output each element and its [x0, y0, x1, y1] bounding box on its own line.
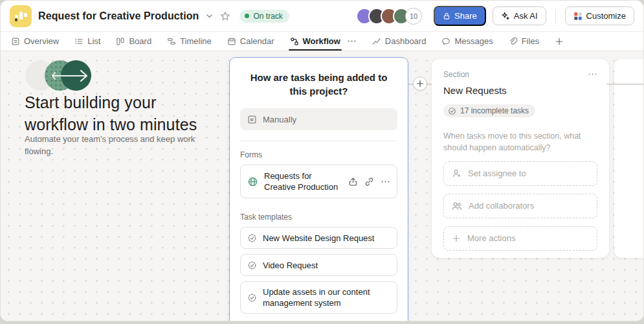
tab-label: Timeline	[180, 36, 212, 46]
tab-label: Messages	[454, 36, 493, 46]
plus-icon	[452, 234, 461, 243]
tab-calendar[interactable]: Calendar	[227, 32, 274, 51]
hero-heading-line2: workflow in two minutes	[25, 113, 197, 135]
share-form-icon[interactable]	[348, 177, 358, 187]
tab-messages[interactable]: Messages	[441, 32, 493, 51]
incomplete-tasks-badge[interactable]: 17 incomplete tasks	[443, 104, 535, 117]
plus-icon	[555, 37, 564, 46]
chevron-down-icon[interactable]	[205, 12, 214, 20]
hero-subtitle: Automate your team's process and keep wo…	[25, 133, 219, 157]
hero-heading: Start building your workflow in two minu…	[25, 91, 197, 135]
hero-heading-line1: Start building your	[25, 91, 197, 113]
task-templates-label: Task templates	[240, 213, 397, 222]
more-options-icon[interactable]	[381, 177, 390, 187]
plus-icon	[416, 79, 425, 88]
forms-label: Forms	[240, 150, 397, 159]
overview-icon	[11, 37, 20, 46]
ellipsis-icon	[347, 36, 357, 46]
ask-ai-button[interactable]: Ask AI	[493, 6, 546, 25]
task-template-item[interactable]: New Website Design Request	[240, 227, 397, 249]
section-more-icon[interactable]	[588, 69, 597, 79]
avatar-stack[interactable]: 10	[356, 8, 422, 25]
tab-overflow-menu[interactable]	[347, 32, 357, 51]
status-badge[interactable]: On track	[239, 10, 289, 23]
intake-card: How are tasks being added to this projec…	[229, 57, 408, 321]
avatar-overflow-count[interactable]: 10	[405, 8, 422, 25]
app-window: Request for Creative Production On track…	[0, 0, 644, 321]
add-collaborators-button[interactable]: Add collaborators	[443, 194, 597, 218]
incomplete-tasks-label: 17 incomplete tasks	[460, 106, 529, 115]
template-check-icon	[247, 260, 257, 270]
action-label: More actions	[467, 233, 515, 243]
files-icon	[509, 37, 518, 46]
tab-label: List	[87, 36, 100, 46]
task-template-item[interactable]: Video Request	[240, 254, 397, 276]
section-card: Section New Requests 17 incomplete tasks…	[432, 59, 609, 258]
template-name: Update assets in our content management …	[263, 286, 390, 308]
header-divider	[555, 9, 556, 23]
timeline-icon	[167, 37, 176, 46]
lock-icon	[443, 12, 450, 20]
tab-list[interactable]: List	[74, 32, 100, 51]
next-section-card-partial[interactable]	[614, 59, 643, 258]
section-kicker: Section	[443, 70, 469, 79]
action-label: Add collaborators	[469, 201, 534, 211]
form-item[interactable]: Requests for Creative Production	[240, 165, 397, 198]
set-assignee-button[interactable]: Set assignee to	[443, 161, 597, 186]
template-check-icon	[247, 293, 257, 303]
copy-link-icon[interactable]	[364, 177, 374, 187]
template-name: Video Request	[263, 260, 318, 271]
section-title[interactable]: New Requests	[443, 85, 597, 96]
customize-grid-icon	[573, 12, 583, 21]
workflow-illustration	[25, 60, 122, 91]
tab-label: Board	[129, 36, 151, 46]
add-step-button[interactable]	[413, 76, 427, 91]
intake-question: How are tasks being added to this projec…	[245, 71, 392, 98]
tab-label: Dashboard	[385, 36, 427, 46]
task-template-item[interactable]: Update assets in our content management …	[240, 281, 397, 314]
arrow-icon	[25, 60, 96, 91]
status-badge-label: On track	[253, 12, 282, 21]
manually-label: Manually	[263, 115, 296, 124]
share-button[interactable]: Share	[434, 6, 486, 26]
tab-label: Overview	[24, 36, 59, 46]
list-icon	[74, 37, 83, 46]
workflow-canvas: Start building your workflow in two minu…	[1, 51, 643, 321]
project-header: Request for Creative Production On track…	[1, 1, 643, 32]
customize-button-label: Customize	[586, 11, 626, 21]
tab-files[interactable]: Files	[509, 32, 539, 51]
section-automation-question: When tasks move to this section, what sh…	[443, 130, 600, 154]
view-tab-bar: Overview List Board Timeline Calendar Wo…	[1, 32, 643, 51]
template-check-icon	[247, 233, 257, 243]
page-title: Request for Creative Production	[38, 10, 199, 22]
tab-label: Files	[522, 36, 539, 46]
action-label: Set assignee to	[468, 168, 526, 178]
tab-board[interactable]: Board	[116, 32, 151, 51]
tab-label: Calendar	[240, 36, 274, 46]
connector-line	[606, 84, 643, 85]
customize-button[interactable]: Customize	[565, 6, 634, 25]
more-actions-button[interactable]: More actions	[443, 226, 597, 251]
manually-option[interactable]: Manually	[240, 108, 397, 130]
tab-workflow[interactable]: Workflow	[290, 32, 340, 51]
star-icon[interactable]	[220, 11, 230, 21]
intake-divider	[240, 141, 397, 141]
ask-ai-button-label: Ask AI	[514, 11, 538, 21]
tab-timeline[interactable]: Timeline	[167, 32, 212, 51]
add-tab-button[interactable]	[555, 32, 564, 51]
check-circle-icon	[448, 107, 456, 115]
import-icon	[247, 115, 257, 124]
globe-icon	[247, 176, 258, 187]
tab-dashboard[interactable]: Dashboard	[372, 32, 427, 51]
share-button-label: Share	[454, 11, 477, 21]
dashboard-icon	[372, 37, 381, 46]
tab-overview[interactable]: Overview	[11, 32, 59, 51]
status-dot-icon	[245, 14, 249, 18]
collaborators-icon	[452, 201, 462, 211]
calendar-icon	[227, 37, 236, 46]
workflow-icon	[290, 37, 299, 46]
sparkle-icon	[501, 12, 510, 21]
template-name: New Website Design Request	[263, 233, 374, 244]
project-icon[interactable]	[10, 5, 32, 27]
form-name: Requests for Creative Production	[264, 170, 342, 192]
